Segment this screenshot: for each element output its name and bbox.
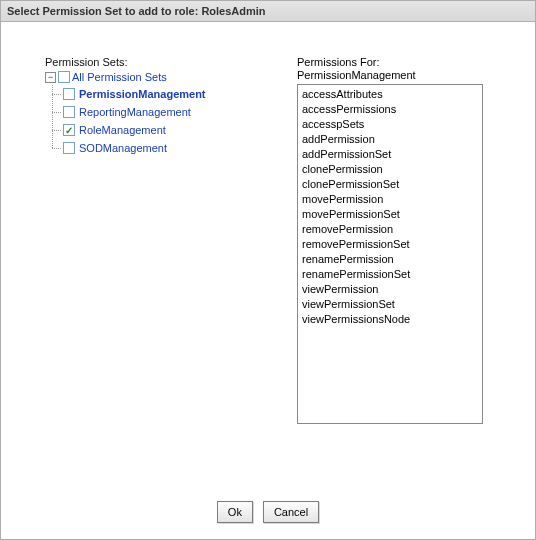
permissions-for-source: PermissionManagement [297, 69, 509, 81]
permission-item[interactable]: viewPermissionsNode [302, 312, 478, 327]
permission-item[interactable]: accesspSets [302, 117, 478, 132]
dialog-body: Permission Sets: − All Permission Sets P… [1, 22, 535, 432]
ok-button[interactable]: Ok [217, 501, 253, 523]
tree-root-label[interactable]: All Permission Sets [72, 71, 167, 83]
tree-item-label[interactable]: SODManagement [79, 142, 167, 154]
permission-sets-label: Permission Sets: [45, 56, 297, 68]
dialog: Select Permission Set to add to role: Ro… [0, 0, 536, 540]
tree-children: PermissionManagementReportingManagementR… [63, 85, 297, 157]
permission-sets-tree: − All Permission Sets PermissionManageme… [45, 71, 297, 157]
tree-root: − All Permission Sets [45, 71, 297, 83]
dialog-title: Select Permission Set to add to role: Ro… [1, 0, 535, 22]
permission-item[interactable]: addPermissionSet [302, 147, 478, 162]
permission-item[interactable]: renamePermissionSet [302, 267, 478, 282]
tree-item: ReportingManagement [63, 103, 297, 121]
permission-item[interactable]: accessPermissions [302, 102, 478, 117]
tree-item-checkbox[interactable] [63, 142, 75, 154]
permission-item[interactable]: clonePermissionSet [302, 177, 478, 192]
dialog-buttons: Ok Cancel [1, 501, 535, 523]
permission-item[interactable]: removePermissionSet [302, 237, 478, 252]
permission-item[interactable]: viewPermission [302, 282, 478, 297]
permission-item[interactable]: viewPermissionSet [302, 297, 478, 312]
tree-item-checkbox[interactable] [63, 88, 75, 100]
tree-item-checkbox[interactable] [63, 106, 75, 118]
tree-item-label[interactable]: PermissionManagement [79, 88, 206, 100]
tree-item-checkbox[interactable] [63, 124, 75, 136]
tree-item: RoleManagement [63, 121, 297, 139]
right-pane: Permissions For: PermissionManagement ac… [297, 56, 509, 424]
permission-item[interactable]: movePermission [302, 192, 478, 207]
cancel-button[interactable]: Cancel [263, 501, 319, 523]
tree-item-label[interactable]: ReportingManagement [79, 106, 191, 118]
permission-item[interactable]: removePermission [302, 222, 478, 237]
tree-item: PermissionManagement [63, 85, 297, 103]
tree-item-label[interactable]: RoleManagement [79, 124, 166, 136]
permissions-listbox[interactable]: accessAttributesaccessPermissionsaccessp… [297, 84, 483, 424]
collapse-icon[interactable]: − [45, 72, 56, 83]
root-checkbox[interactable] [58, 71, 70, 83]
permission-item[interactable]: accessAttributes [302, 87, 478, 102]
permission-item[interactable]: clonePermission [302, 162, 478, 177]
permissions-for-label: Permissions For: [297, 56, 509, 68]
left-pane: Permission Sets: − All Permission Sets P… [45, 56, 297, 424]
permission-item[interactable]: renamePermission [302, 252, 478, 267]
tree-item: SODManagement [63, 139, 297, 157]
permission-item[interactable]: movePermissionSet [302, 207, 478, 222]
permission-item[interactable]: addPermission [302, 132, 478, 147]
